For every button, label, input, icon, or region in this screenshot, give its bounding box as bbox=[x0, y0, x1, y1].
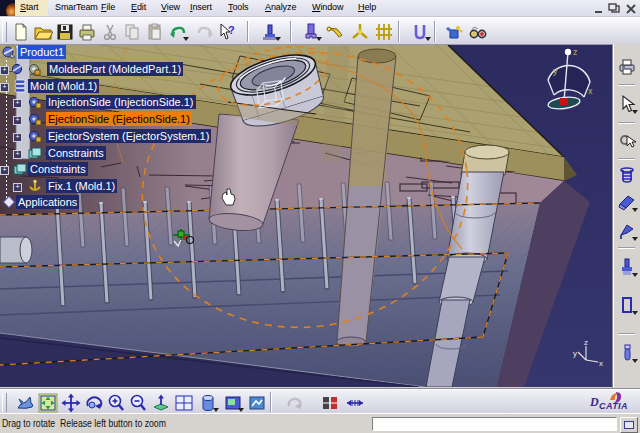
svg-text:?: ? bbox=[228, 24, 235, 36]
svg-text:D: D bbox=[589, 395, 599, 409]
svg-text:x: x bbox=[588, 86, 593, 96]
svg-text:z: z bbox=[584, 338, 588, 347]
svg-text:y: y bbox=[553, 66, 558, 76]
svg-text:x: x bbox=[599, 359, 603, 368]
svg-text:CATIA: CATIA bbox=[599, 401, 628, 411]
svg-text:z: z bbox=[573, 47, 578, 57]
svg-text:y: y bbox=[573, 349, 577, 358]
